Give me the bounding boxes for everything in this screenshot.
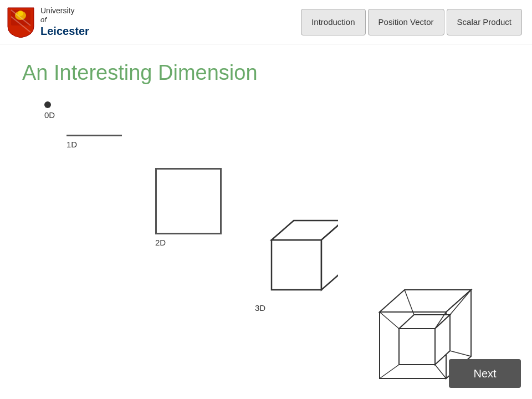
dim-2d-label: 2D <box>155 238 222 247</box>
university-label: University <box>40 6 89 16</box>
header: University of Leicester Introduction Pos… <box>0 0 532 44</box>
tab-position-vector[interactable]: Position Vector <box>368 9 444 35</box>
tab-scalar-product[interactable]: Scalar Product <box>447 9 522 35</box>
dim-1d-label: 1D <box>66 140 122 149</box>
main-content: An Interesting Dimension 0D 1D 2D <box>0 44 532 399</box>
university-logo-icon <box>6 6 36 39</box>
dim-0d-label: 0D <box>44 110 55 120</box>
page-title: An Interesting Dimension <box>22 61 510 85</box>
dim-1d-container: 1D <box>66 135 122 149</box>
next-button[interactable]: Next <box>449 359 521 388</box>
cube-3d-icon <box>255 212 338 301</box>
svg-point-2 <box>18 11 23 16</box>
logo-text: University of Leicester <box>40 6 89 37</box>
tab-introduction[interactable]: Introduction <box>301 9 365 35</box>
of-label: of <box>40 16 89 24</box>
leicester-label: Leicester <box>40 24 89 38</box>
line-1d-icon <box>66 135 122 136</box>
svg-rect-5 <box>272 240 321 290</box>
dot-0d-icon <box>44 101 51 108</box>
dim-0d-container: 0D <box>44 101 55 120</box>
logo-area: University of Leicester <box>6 6 127 39</box>
square-2d-icon <box>155 168 222 234</box>
dim-2d-container: 2D <box>155 168 222 247</box>
dim-3d-container: 3D <box>255 212 338 313</box>
dim-3d-label: 3D <box>255 303 338 313</box>
nav-tabs: Introduction Position Vector Scalar Prod… <box>301 0 526 44</box>
content-area: 0D 1D 2D <box>22 101 510 390</box>
svg-rect-13 <box>399 329 435 365</box>
